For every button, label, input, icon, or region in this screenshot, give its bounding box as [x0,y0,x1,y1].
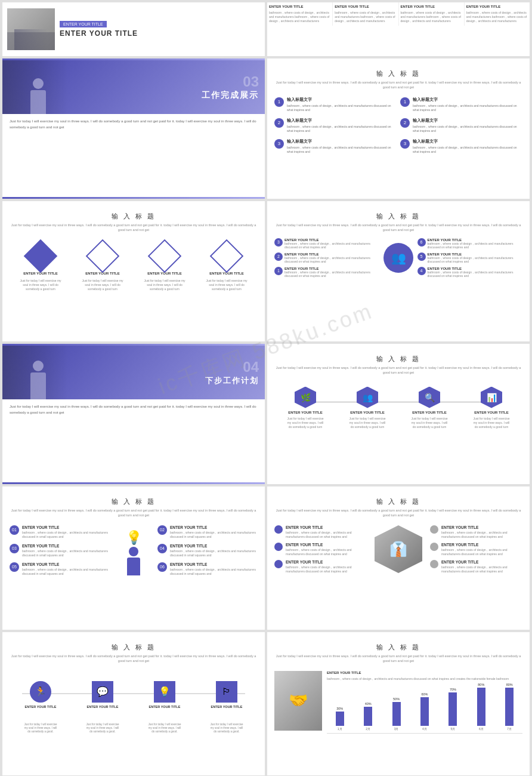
s11-icon-row: 🏃 ENTER YOUR TITLE 💬 ENTER YOUR TITLE [10,681,258,709]
slides-grid: ic千库网 588ku.com ENTER YOUR TITLE ENTER Y… [0,0,532,776]
s5-diamond-4 [210,239,244,273]
s4-item-3: 3 输入标题文字 bathroom，where costs of design，… [274,139,397,154]
slide-11: 输 入 标 题 Just for today I will exercise m… [2,632,265,775]
s5-icons-row: ENTER YOUR TITLE Just for today I will e… [10,244,258,291]
s6-header-title: 输 入 标 题 [274,212,522,221]
s10-header-desc: Just for today I will exercise my soul i… [274,508,522,518]
bar-rect-7 [505,688,514,726]
s9-item-04: 04 ENTER YOUR TITLE bathroom，where costs… [157,544,258,558]
s12-chart-area: ENTER YOUR TITLE bathroom，where costs of… [327,671,522,734]
flag-icon: 🏳 [222,686,231,697]
lightbulb-icon: 💡 [159,686,171,697]
s11-circle-1: 🏃 [30,681,51,703]
slide-3-title: 工作完成展示 [202,90,259,101]
s9-header-title: 输 入 标 题 [10,497,258,506]
s8-icon-people: 👥 [357,387,378,408]
s10-circle-l3 [274,560,283,568]
slide-7-desc: Just for today I will exercise my soul i… [2,399,265,420]
bar-5m: 70% 5月 [440,688,466,731]
bar-rect-2 [364,707,372,726]
s10-left: ENTER YOUR TITLE bathroom，where costs of… [274,525,367,574]
s11-timeline-area: 🏃 ENTER YOUR TITLE 💬 ENTER YOUR TITLE [10,675,258,753]
s4-header-title: 输 入 标 题 [274,69,522,78]
slide-3-container: 03 工作完成展示 Just for today I will exercise… [2,58,265,199]
s4-num-2: 2 [274,118,284,128]
bar-2m: 40% 2月 [355,702,381,731]
s5-header-desc: Just for today I will exercise my soul i… [10,223,258,233]
s10-circle-r1 [430,525,438,534]
deco-bottom [2,197,265,199]
s9-item-02: 02 ENTER YOUR TITLE bathroom，where costs… [157,525,258,539]
bar-7m: 80% 7月 [497,683,522,731]
business-meeting-icon: 🤝 [289,691,308,710]
bar-rect-6 [477,688,485,726]
slide-5-container: 输 入 标 题 Just for today I will exercise m… [2,201,265,341]
slide-5-header: 输 入 标 题 Just for today I will exercise m… [10,207,258,235]
s5-header-title: 输 入 标 题 [10,212,258,221]
s6-right-nodes: 6 ENTER YOUR TITLE bathroom，where costs … [417,238,523,278]
slide-7-num: 04 [205,359,259,375]
slide-1-badge: ENTER YOUR TITLE [60,21,107,27]
slide-6-header: 输 入 标 题 Just for today I will exercise m… [274,207,522,235]
s7-deco-bottom [2,482,265,484]
s4-num-4: 1 [400,97,410,107]
slide-11-container: 输 入 标 题 Just for today I will exercise m… [2,632,265,775]
s4-num-5: 2 [400,118,410,128]
s4-item-1: 1 输入标题文字 bathroom，where costs of design，… [274,97,397,112]
s12-content: 🤝 ENTER YOUR TITLE bathroom，where costs … [274,671,522,734]
slide-4: 输 入 标 题 Just for today I will exercise m… [267,58,530,199]
bar-rect-1 [336,712,344,726]
s12-chart-bars: 30% 1月 40% 2月 50% 3月 [327,686,522,734]
slide-3: 03 工作完成展示 Just for today I will exercise… [2,58,265,199]
meeting-icon: 👔 [389,541,407,558]
s10-item-l1: ENTER YOUR TITLE bathroom，where costs of… [274,525,367,539]
slide-2-col-1: ENTER YOUR TITLE bathroom，where costs of… [267,2,333,26]
s10-circle-l1 [274,525,283,534]
s4-col-2: 1 输入标题文字 bathroom，where costs of design，… [400,97,522,160]
bar-rect-3 [392,702,401,726]
s11-node-4: 🏳 ENTER YOUR TITLE [211,681,243,709]
s11-square-2: 💬 [92,681,113,703]
slide-2-col-4: ENTER YOUR TITLE bathroom，where costs of… [465,2,530,26]
s9-item-05: 05 ENTER YOUR TITLE bathroom，where costs… [10,562,110,576]
s11-node-1: 🏃 ENTER YOUR TITLE [25,681,57,709]
s6-left-nodes: 3 ENTER YOUR TITLE bathroom，where costs … [274,238,380,278]
bar-rect-4 [420,697,429,726]
s8-item-1: 🌿 ENTER YOUR TITLE Just for today I will… [286,387,325,429]
s6-hub-layout: 3 ENTER YOUR TITLE bathroom，where costs … [274,238,522,278]
slide-7-title: 下步工作计划 [205,375,259,386]
slide-10-container: 输 入 标 题 Just for today I will exercise m… [267,486,530,630]
slide-2: ENTER YOUR TITLE bathroom，where costs of… [267,2,530,56]
s5-diamond-1 [24,239,58,273]
s9-center-figure: 💡 [116,525,151,581]
s11-square-3: 💡 [154,681,175,703]
s11-header-title: 输 入 标 题 [10,643,258,652]
s5-diamond-2 [86,239,120,273]
slide-9-header: 输 入 标 题 Just for today I will exercise m… [10,492,258,521]
s11-header-desc: Just for today I will exercise my soul i… [10,654,258,664]
slide-3-banner-text: 03 工作完成展示 [202,73,259,101]
col3-title: ENTER YOUR TITLE [401,5,462,8]
slide-7-banner-text: 04 下步工作计划 [205,359,259,386]
s4-num-3: 3 [274,139,284,149]
s10-center: 👔 [372,525,425,574]
slide-6: 输 入 标 题 Just for today I will exercise m… [267,201,530,341]
slide-1: ENTER YOUR TITLE ENTER YOUR TITLE [2,2,265,56]
slide-8-container: 输 入 标 题 Just for today I will exercise m… [267,344,530,484]
s4-item-4: 1 输入标题文字 bathroom，where costs of design，… [400,97,522,112]
s6-node-1: 1 ENTER YOUR TITLE bathroom，where costs … [274,267,380,278]
s10-circle-r2 [430,543,438,551]
slide-10: 输 入 标 题 Just for today I will exercise m… [267,486,530,630]
slide-8-header: 输 入 标 题 Just for today I will exercise m… [274,350,522,378]
s9-content: 01 ENTER YOUR TITLE bathroom，where costs… [10,525,258,581]
slide-4-container: 输 入 标 题 Just for today I will exercise m… [267,58,530,199]
runner-icon: 🏃 [35,686,47,697]
slide-6-container: 输 入 标 题 Just for today I will exercise m… [267,201,530,341]
slide-3-banner: 03 工作完成展示 [2,60,265,114]
slide-4-header: 输 入 标 题 Just for today I will exercise m… [274,64,522,93]
slide-10-header: 输 入 标 题 Just for today I will exercise m… [274,492,522,521]
s9-left: 01 ENTER YOUR TITLE bathroom，where costs… [10,525,110,581]
slide-1-title-area: ENTER YOUR TITLE ENTER YOUR TITLE [55,19,260,40]
s8-icon-leaf: 🌿 [295,387,316,408]
slide-9: 输 入 标 题 Just for today I will exercise m… [2,486,265,630]
